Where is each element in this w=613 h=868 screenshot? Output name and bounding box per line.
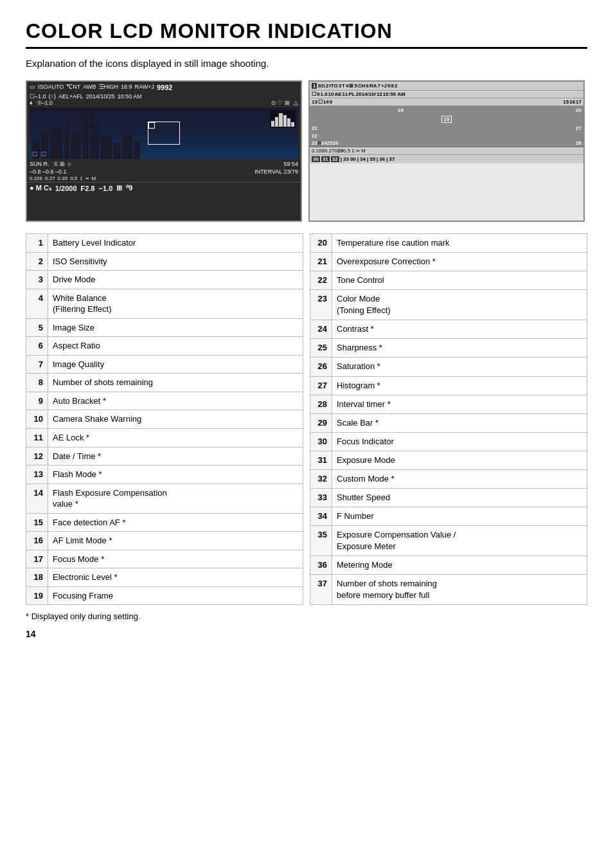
row-label: Exposure Compensation Value /Exposure Me… xyxy=(332,526,587,556)
row-label: Contrast * xyxy=(332,320,587,339)
table-row: 13Flash Mode * xyxy=(26,466,303,484)
footnote: * Displayed only during setting. xyxy=(26,611,587,621)
row-number: 28 xyxy=(310,395,332,413)
row-label: Date / Time * xyxy=(48,447,303,466)
right-reference-table: 20Temperature rise caution mark21Overexp… xyxy=(310,233,587,605)
table-row: 3Drive Mode xyxy=(26,271,303,289)
row-label: Histogram * xyxy=(332,376,587,395)
table-row: 21Overexposure Correction * xyxy=(310,253,587,271)
row-number: 16 xyxy=(26,532,48,550)
row-label: Focus Indicator xyxy=(332,432,587,451)
row-label: Camera Shake Warning xyxy=(48,410,303,429)
row-label: Number of shots remaining xyxy=(48,374,303,392)
monitor-section: ▭ ISOAUTO ℃NT AWB ☰HIGH 16:9 RAW+J 9992 … xyxy=(26,80,587,222)
table-row: 1Battery Level Indicator xyxy=(26,234,303,253)
monitor-second-bar: ☐–1.0 (○) AEL+AFL 2014/10/25 10:50 AM xyxy=(27,93,301,100)
table-row: 14Flash Exposure Compensationvalue * xyxy=(26,484,303,513)
main-title: COLOR LCD MONITOR INDICATION xyxy=(26,19,587,43)
row-label: Battery Level Indicator xyxy=(48,234,303,253)
row-label: Exposure Mode xyxy=(332,451,587,469)
row-number: 30 xyxy=(310,432,332,451)
row-label: Image Quality xyxy=(48,355,303,374)
row-number: 36 xyxy=(310,556,332,575)
table-row: 7Image Quality xyxy=(26,355,303,374)
row-label: Shutter Speed xyxy=(332,489,587,507)
row-label: Electronic Level * xyxy=(48,568,303,587)
row-number: 33 xyxy=(310,489,332,507)
row-number: 27 xyxy=(310,376,332,395)
table-row: 16AF Limit Mode * xyxy=(26,532,303,550)
table-row: 36Metering Mode xyxy=(310,556,587,575)
table-row: 34F Number xyxy=(310,507,587,526)
table-row: 30Focus Indicator xyxy=(310,432,587,451)
row-number: 9 xyxy=(26,392,48,410)
table-row: 28Interval timer * xyxy=(310,395,587,413)
numbered-diagram: 1 SO 2 ITO 3 T 4 ⊞ 5 CH 6 RA 7 +J 9 8 2 … xyxy=(308,80,585,222)
row-label: AE Lock * xyxy=(48,429,303,448)
table-row: 23Color Mode(Toning Effect) xyxy=(310,290,587,320)
focus-frame xyxy=(148,122,180,145)
table-row: 25Sharpness * xyxy=(310,339,587,357)
row-label: Flash Exposure Compensationvalue * xyxy=(48,484,303,513)
row-number: 11 xyxy=(26,429,48,448)
row-label: F Number xyxy=(332,507,587,526)
table-row: 12Date / Time * xyxy=(26,447,303,466)
table-row: 9Auto Bracket * xyxy=(26,392,303,410)
table-row: 29Scale Bar * xyxy=(310,413,587,432)
left-reference-table: 1Battery Level Indicator2ISO Sensitivity… xyxy=(26,233,303,605)
page-number: 14 xyxy=(26,629,587,639)
table-row: 20Temperature rise caution mark xyxy=(310,234,587,253)
table-row: 33Shutter Speed xyxy=(310,489,587,507)
row-label: White Balance(Filtering Effect) xyxy=(48,289,303,318)
row-label: Custom Mode * xyxy=(332,470,587,489)
table-row: 8Number of shots remaining xyxy=(26,374,303,392)
row-label: Image Size xyxy=(48,318,303,337)
table-row: 18Electronic Level * xyxy=(26,568,303,587)
row-number: 32 xyxy=(310,470,332,489)
row-label: Auto Bracket * xyxy=(48,392,303,410)
row-number: 17 xyxy=(26,550,48,568)
table-row: 31Exposure Mode xyxy=(310,451,587,469)
row-label: Metering Mode xyxy=(332,556,587,575)
table-row: 24Contrast * xyxy=(310,320,587,339)
row-number: 15 xyxy=(26,513,48,532)
table-row: 10Camera Shake Warning xyxy=(26,410,303,429)
row-number: 23 xyxy=(310,290,332,320)
monitor-top-bar: ▭ ISOAUTO ℃NT AWB ☰HIGH 16:9 RAW+J 9992 xyxy=(27,82,301,93)
row-number: 37 xyxy=(310,575,332,605)
row-label: Scale Bar * xyxy=(332,413,587,432)
row-number: 25 xyxy=(310,339,332,357)
row-number: 21 xyxy=(310,253,332,271)
row-number: 12 xyxy=(26,447,48,466)
row-number: 2 xyxy=(26,252,48,271)
reference-tables: 1Battery Level Indicator2ISO Sensitivity… xyxy=(26,233,587,605)
row-number: 13 xyxy=(26,466,48,484)
row-number: 29 xyxy=(310,413,332,432)
row-number: 31 xyxy=(310,451,332,469)
monitor-interval: –0.8 –0.6 –0.1 INTERVAL 23/79 xyxy=(27,168,301,176)
table-row: 27Histogram * xyxy=(310,376,587,395)
row-label: Color Mode(Toning Effect) xyxy=(332,290,587,320)
row-number: 14 xyxy=(26,484,48,513)
battery-icon: ▭ xyxy=(30,84,35,91)
table-row: 17Focus Mode * xyxy=(26,550,303,568)
row-number: 1 xyxy=(26,234,48,253)
row-number: 18 xyxy=(26,568,48,587)
row-label: Sharpness * xyxy=(332,339,587,357)
row-label: AF Limit Mode * xyxy=(48,532,303,550)
table-row: 11AE Lock * xyxy=(26,429,303,448)
monitor-third-bar: ♦ ⑦–1.0 ⊙ ♡ ⊞ △ xyxy=(27,100,301,106)
table-row: 2ISO Sensitivity xyxy=(26,252,303,271)
table-row: 5Image Size xyxy=(26,318,303,337)
row-label: Focus Mode * xyxy=(48,550,303,568)
row-number: 7 xyxy=(26,355,48,374)
row-number: 19 xyxy=(26,586,48,605)
cityscape: ☐ ☐ xyxy=(30,107,298,159)
table-row: 37Number of shots remainingbefore memory… xyxy=(310,575,587,605)
row-number: 26 xyxy=(310,357,332,376)
row-label: Focusing Frame xyxy=(48,586,303,605)
table-row: 22Tone Control xyxy=(310,271,587,290)
row-number: 22 xyxy=(310,271,332,290)
table-row: 15Face detection AF * xyxy=(26,513,303,532)
row-label: Aspect Ratio xyxy=(48,337,303,356)
